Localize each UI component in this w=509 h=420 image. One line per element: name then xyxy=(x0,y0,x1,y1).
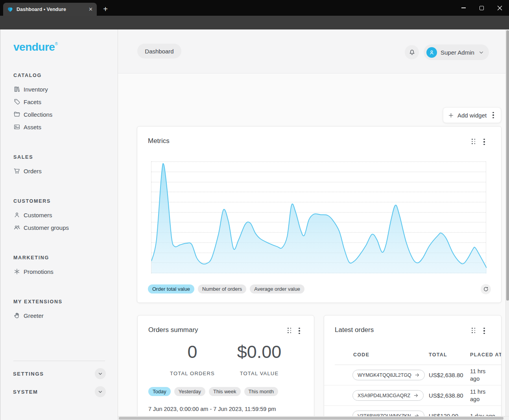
order-total: US$2,638.80 xyxy=(429,372,463,378)
horizontal-scrollbar-thumb[interactable] xyxy=(119,417,503,420)
total-value-stat: $0.00 xyxy=(237,343,282,361)
refresh-icon xyxy=(483,286,489,292)
minimize-icon xyxy=(461,7,466,8)
new-tab-button[interactable]: + xyxy=(100,4,111,15)
browser-tab[interactable]: Dashboard • Vendure ✕ xyxy=(3,3,97,16)
user-menu[interactable]: Super Admin xyxy=(424,44,489,60)
refresh-button[interactable] xyxy=(481,284,491,294)
drag-handle-icon[interactable] xyxy=(288,328,291,333)
sidebar-item-label: Assets xyxy=(24,124,41,130)
maximize-icon xyxy=(479,6,484,10)
sidebar-item-label: Facets xyxy=(24,99,41,105)
order-row: XSA9PD4LM3CGAQRZUS$2,638.8011 hrsago xyxy=(324,385,502,406)
nav-section-customers: CUSTOMERSCustomersCustomer groups xyxy=(0,198,118,234)
arrow-right-icon xyxy=(414,413,419,416)
vertical-scrollbar[interactable] xyxy=(505,29,509,416)
user-name: Super Admin xyxy=(441,49,475,56)
hand-icon xyxy=(13,312,20,319)
order-code: XSA9PD4LM3CGAQRZ xyxy=(358,393,410,398)
order-row: WYMGK4TQQ8JL2TGQUS$2,638.8011 hrsago xyxy=(324,365,502,385)
notifications-button[interactable] xyxy=(405,45,419,59)
sidebar-item-customer-groups[interactable]: Customer groups xyxy=(0,221,118,234)
users-icon xyxy=(13,224,20,231)
nav-section-label: MARKETING xyxy=(13,254,118,261)
sidebar-item-system[interactable]: SYSTEM xyxy=(13,386,106,398)
horizontal-scrollbar[interactable] xyxy=(118,416,509,420)
drag-handle-icon[interactable] xyxy=(472,328,475,333)
add-widget-menu-icon[interactable] xyxy=(491,112,496,118)
browser-window: Dashboard • Vendure ✕ + ! localhost :300… xyxy=(0,0,509,420)
add-widget-button[interactable]: Add widget xyxy=(443,107,501,123)
order-code-link[interactable]: V3T6BW8ZQLWMYZKN xyxy=(352,411,424,416)
sidebar-item-label: Inventory xyxy=(24,86,48,93)
summary-filter-this-week[interactable]: This week xyxy=(209,387,241,396)
total-orders-stat: 0 xyxy=(187,343,197,361)
widget-menu-icon[interactable] xyxy=(481,328,487,334)
user-avatar xyxy=(426,47,437,58)
window-minimize-button[interactable] xyxy=(454,0,472,16)
sidebar-item-facets[interactable]: Facets xyxy=(0,95,118,108)
order-total: US$2,638.80 xyxy=(429,392,463,399)
sidebar-item-label: Promotions xyxy=(24,268,53,275)
summary-filter-yesterday[interactable]: Yesterday xyxy=(174,387,205,396)
summary-filter-this-month[interactable]: This month xyxy=(244,387,278,396)
widget-menu-icon[interactable] xyxy=(481,139,487,145)
sidebar-item-greeter[interactable]: Greeter xyxy=(0,309,118,322)
dashboard-content: Add widget Metrics xyxy=(118,73,505,416)
nav-section-my-extensions: MY EXTENSIONSGreeter xyxy=(0,298,118,322)
order-row: V3T6BW8ZQLWMYZKNUS$120.001 day ago xyxy=(324,406,502,416)
metrics-chart xyxy=(151,161,486,273)
bell-icon xyxy=(408,49,416,56)
folder-icon xyxy=(13,111,20,118)
vendure-logo[interactable]: vendure® xyxy=(13,41,57,53)
user-icon xyxy=(13,211,20,218)
tag-icon xyxy=(13,98,20,105)
browser-toolbar: ! localhost :3000/admin/ | xyxy=(0,16,509,29)
nav-section-label: CATALOG xyxy=(13,72,118,79)
sidebar-item-orders[interactable]: Orders xyxy=(0,165,118,177)
latest-orders-widget: Latest orders CODETOTALPLACED AT WYMGK4T… xyxy=(324,315,502,416)
metrics-tab-average-order-value[interactable]: Average order value xyxy=(250,284,304,293)
tab-close-icon[interactable]: ✕ xyxy=(89,7,93,12)
sidebar-item-promotions[interactable]: Promotions xyxy=(0,265,118,278)
window-close-button[interactable] xyxy=(491,0,509,16)
order-code-link[interactable]: XSA9PD4LM3CGAQRZ xyxy=(352,390,424,401)
vendure-favicon-icon xyxy=(7,6,13,13)
order-code-link[interactable]: WYMGK4TQQ8JL2TGQ xyxy=(352,370,425,380)
chevron-down-icon xyxy=(98,389,103,394)
sidebar-item-customers[interactable]: Customers xyxy=(0,209,118,221)
sidebar-item-inventory[interactable]: Inventory xyxy=(0,83,118,95)
plus-icon xyxy=(448,112,454,118)
sidebar-item-collections[interactable]: Collections xyxy=(0,108,118,121)
nav-section-label: SALES xyxy=(13,154,118,161)
breadcrumb[interactable]: Dashboard xyxy=(137,44,181,59)
settings-expand-button[interactable] xyxy=(95,368,106,379)
orders-summary-title: Orders summary xyxy=(148,326,198,334)
window-maximize-button[interactable] xyxy=(472,0,491,16)
system-expand-button[interactable] xyxy=(95,386,106,397)
order-total: US$120.00 xyxy=(429,413,458,416)
total-orders-value: 0 xyxy=(187,343,197,361)
metrics-widget: Metrics xyxy=(137,126,502,303)
widget-menu-icon[interactable] xyxy=(297,328,302,334)
vertical-scrollbar-thumb[interactable] xyxy=(506,30,509,301)
close-icon xyxy=(497,6,502,11)
sidebar-item-settings[interactable]: SETTINGS xyxy=(13,368,106,380)
latest-orders-title: Latest orders xyxy=(335,326,374,334)
drag-handle-icon[interactable] xyxy=(472,139,475,144)
book-icon xyxy=(13,86,20,93)
sidebar-item-label: Customer groups xyxy=(24,224,69,231)
total-value-value: $0.00 xyxy=(237,343,282,361)
order-code: WYMGK4TQQ8JL2TGQ xyxy=(358,372,411,378)
metrics-tab-order-total-value[interactable]: Order total value xyxy=(148,284,194,293)
sidebar-item-label: Customers xyxy=(24,212,52,218)
sidebar-divider xyxy=(13,361,105,361)
chevron-down-icon xyxy=(98,371,103,376)
column-header-total: TOTAL xyxy=(429,352,447,358)
sidebar-item-assets[interactable]: Assets xyxy=(0,121,118,133)
order-placed-at: 1 day ago xyxy=(470,413,495,416)
metrics-tab-number-of-orders[interactable]: Number of orders xyxy=(198,284,246,293)
total-value-label: TOTAL VALUE xyxy=(220,370,299,376)
summary-filter-today[interactable]: Today xyxy=(148,387,171,396)
cart-icon xyxy=(13,167,20,174)
